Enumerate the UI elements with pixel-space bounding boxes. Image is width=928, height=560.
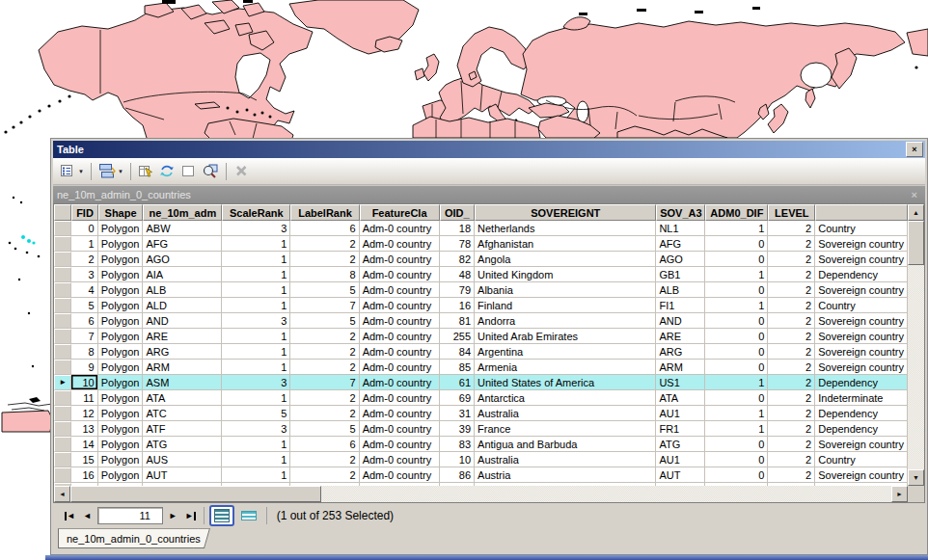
tab-ne-10m-admin-0-countries[interactable]: ne_10m_admin_0_countries	[58, 528, 203, 548]
cell-sov_a3[interactable]: ARG	[656, 344, 705, 360]
cell-featurecla[interactable]: Adm-0 country	[360, 344, 440, 360]
cell-oid_[interactable]: 69	[440, 390, 476, 406]
cell-scalerank[interactable]: 3	[222, 313, 290, 329]
cell-labelrank[interactable]: 2	[290, 452, 359, 467]
cell-shape[interactable]: Polygon	[98, 467, 144, 483]
scroll-up-button[interactable]: ▲	[908, 204, 924, 221]
row-selector[interactable]	[54, 329, 71, 344]
cell-type[interactable]: Dependency	[815, 421, 908, 437]
cell-ne_10m_adm[interactable]: ATF	[143, 421, 222, 437]
cell-sov_a3[interactable]: US1	[656, 375, 705, 390]
cell-level[interactable]: 2	[768, 390, 815, 406]
cell-labelrank[interactable]: 5	[290, 421, 359, 437]
row-selector[interactable]	[54, 236, 71, 252]
column-header-sov_a3[interactable]: SOV_A3	[656, 204, 705, 221]
cell-adm0_dif[interactable]: 0	[705, 437, 768, 452]
next-record-button[interactable]: ►	[165, 507, 181, 524]
cell-sov_a3[interactable]: AFG	[656, 236, 705, 252]
cell-type[interactable]: Dependency	[815, 267, 908, 282]
cell-type[interactable]: Sovereign country	[815, 344, 908, 360]
cell-ne_10m_adm[interactable]: AFG	[143, 236, 222, 252]
cell-level[interactable]: 2	[768, 452, 815, 467]
cell-labelrank[interactable]: 7	[290, 375, 359, 390]
horizontal-scrollbar-thumb[interactable]	[70, 486, 321, 502]
row-selector[interactable]	[54, 344, 71, 360]
cell-scalerank[interactable]: 1	[222, 452, 290, 467]
cell-fid[interactable]: 9	[71, 360, 97, 375]
cell-oid_[interactable]: 61	[440, 375, 476, 390]
cell-adm0_dif[interactable]: 1	[705, 267, 768, 282]
cell-shape[interactable]: Polygon	[98, 329, 144, 344]
cell-sov_a3[interactable]: AGO	[656, 252, 705, 267]
cell-shape[interactable]: Polygon	[98, 313, 144, 329]
cell-shape[interactable]: Polygon	[98, 360, 144, 375]
cell-fid[interactable]: 7	[71, 329, 97, 344]
cell-ne_10m_adm[interactable]: AUS	[143, 452, 222, 467]
column-header-adm0_dif[interactable]: ADM0_DIF	[705, 204, 768, 221]
cell-fid[interactable]: 15	[71, 452, 97, 467]
cell-type[interactable]: Sovereign country	[815, 252, 908, 267]
first-record-button[interactable]: ◄	[61, 507, 79, 524]
cell-level[interactable]: 2	[768, 282, 815, 298]
select-by-attributes-button[interactable]	[136, 161, 156, 182]
cell-level[interactable]: 2	[768, 267, 815, 282]
cell-oid_[interactable]: 84	[440, 344, 476, 360]
last-record-button[interactable]: ►	[181, 507, 200, 524]
cell-scalerank[interactable]: 1	[222, 329, 290, 344]
cell-fid[interactable]: 8	[71, 344, 97, 360]
cell-sovereignt[interactable]: Austria	[475, 467, 656, 483]
row-selector[interactable]	[54, 282, 71, 298]
column-header-fid[interactable]: FID	[71, 204, 97, 221]
cell-level[interactable]: 2	[768, 313, 815, 329]
row-selector[interactable]	[54, 452, 71, 467]
cell-oid_[interactable]: 255	[440, 329, 476, 344]
cell-sov_a3[interactable]: GB1	[656, 267, 705, 282]
column-header-labelrank[interactable]: LabelRank	[290, 204, 359, 221]
cell-featurecla[interactable]: Adm-0 country	[360, 282, 440, 298]
cell-shape[interactable]: Polygon	[98, 437, 144, 452]
cell-fid[interactable]: 10	[71, 375, 97, 390]
cell-sov_a3[interactable]: FR1	[656, 421, 705, 437]
column-header-ne_10m_adm[interactable]: ne_10m_adm	[143, 204, 222, 221]
cell-level[interactable]: 2	[768, 298, 815, 313]
cell-fid[interactable]: 13	[71, 421, 97, 437]
cell-labelrank[interactable]: 2	[290, 390, 359, 406]
cell-sov_a3[interactable]: NL1	[656, 221, 705, 236]
cell-oid_[interactable]: 79	[440, 282, 476, 298]
cell-labelrank[interactable]: 2	[290, 344, 359, 360]
cell-ne_10m_adm[interactable]: ABW	[143, 221, 222, 236]
cell-scalerank[interactable]: 5	[222, 406, 290, 421]
cell-level[interactable]: 2	[768, 221, 815, 236]
horizontal-scrollbar-trough[interactable]	[321, 486, 891, 502]
cell-sovereignt[interactable]: Antarctica	[475, 390, 656, 406]
cell-fid[interactable]: 5	[71, 298, 97, 313]
cell-level[interactable]: 2	[768, 437, 815, 452]
cell-fid[interactable]: 2	[71, 252, 97, 267]
cell-shape[interactable]: Polygon	[98, 375, 144, 390]
column-header-scalerank[interactable]: ScaleRank	[222, 204, 290, 221]
close-window-button[interactable]: ×	[906, 142, 923, 157]
cell-oid_[interactable]: 83	[440, 437, 476, 452]
cell-sov_a3[interactable]: AND	[656, 313, 705, 329]
cell-adm0_dif[interactable]: 0	[705, 344, 768, 360]
cell-sovereignt[interactable]: United Kingdom	[475, 267, 656, 282]
cell-type[interactable]: Sovereign country	[815, 437, 908, 452]
cell-scalerank[interactable]: 1	[222, 360, 290, 375]
row-selector-header[interactable]	[54, 204, 71, 221]
current-record-input[interactable]	[97, 507, 163, 524]
cell-oid_[interactable]: 78	[440, 236, 476, 252]
cell-level[interactable]: 2	[768, 360, 815, 375]
row-selector[interactable]	[54, 298, 71, 313]
cell-featurecla[interactable]: Adm-0 country	[360, 221, 440, 236]
cell-shape[interactable]: Polygon	[98, 298, 144, 313]
cell-featurecla[interactable]: Adm-0 country	[360, 298, 440, 313]
cell-fid[interactable]: 11	[71, 390, 97, 406]
cell-scalerank[interactable]: 3	[222, 221, 290, 236]
cell-type[interactable]: Sovereign country	[815, 313, 908, 329]
cell-sov_a3[interactable]: AU1	[656, 452, 705, 467]
cell-sovereignt[interactable]: France	[475, 421, 656, 437]
show-selected-records-button[interactable]	[236, 505, 261, 526]
cell-adm0_dif[interactable]: 1	[705, 406, 768, 421]
cell-adm0_dif[interactable]: 0	[705, 360, 768, 375]
cell-sovereignt[interactable]: United Arab Emirates	[475, 329, 656, 344]
